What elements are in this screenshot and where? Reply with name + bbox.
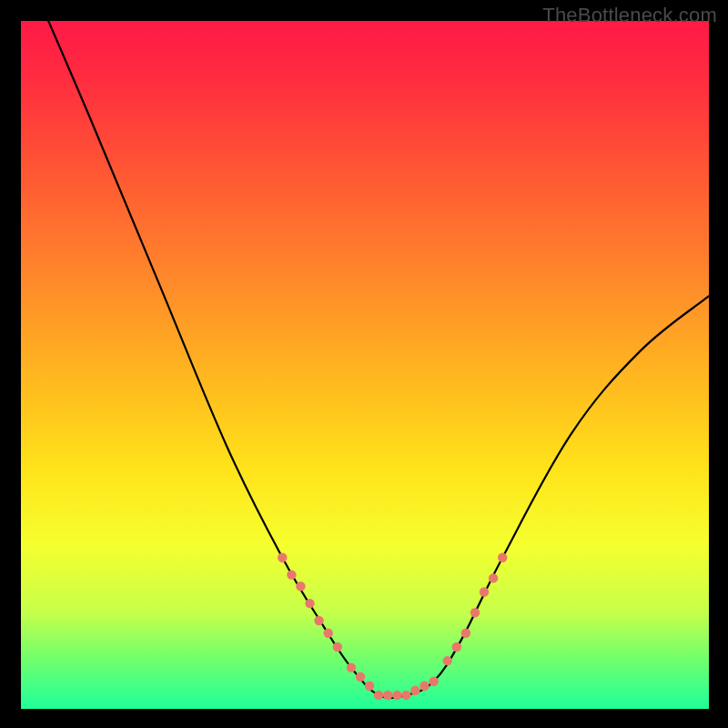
marker-dot	[324, 629, 333, 638]
marker-dot	[374, 691, 383, 700]
marker-dot	[489, 573, 498, 582]
watermark-label: TheBottleneck.com	[542, 4, 717, 27]
marker-dot	[383, 691, 392, 700]
marker-dot	[461, 629, 470, 638]
curve-svg	[21, 21, 709, 709]
marker-dot	[480, 587, 489, 596]
marker-dot	[305, 599, 314, 608]
marker-dot	[470, 608, 480, 617]
marker-dots	[278, 553, 507, 701]
marker-dot	[333, 642, 342, 652]
marker-dot	[410, 686, 420, 695]
marker-dot	[296, 581, 305, 591]
marker-dot	[429, 677, 438, 686]
marker-dot	[356, 672, 365, 682]
marker-dot	[452, 642, 461, 652]
marker-dot	[347, 662, 356, 672]
marker-dot	[498, 553, 507, 562]
chart-frame: TheBottleneck.com	[0, 0, 728, 728]
marker-dot	[314, 616, 323, 625]
bottleneck-curve-path	[48, 21, 709, 698]
plot-area	[21, 21, 709, 709]
marker-dot	[420, 682, 429, 691]
marker-dot	[392, 691, 401, 700]
marker-dot	[365, 682, 374, 691]
marker-dot	[278, 553, 287, 562]
marker-dot	[401, 691, 410, 700]
marker-dot	[443, 656, 452, 665]
marker-dot	[287, 570, 296, 579]
